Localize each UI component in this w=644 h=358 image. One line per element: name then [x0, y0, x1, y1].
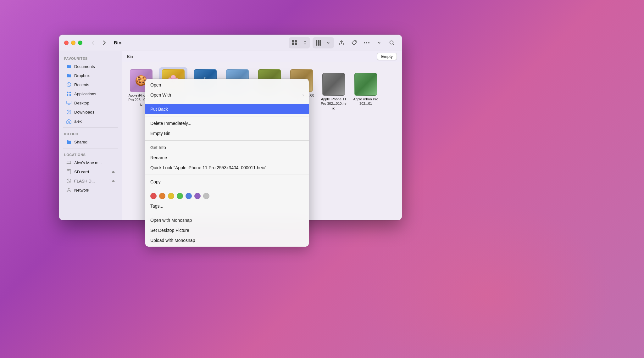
- folder-icon: [66, 64, 72, 69]
- sidebar-item-downloads[interactable]: Downloads: [61, 108, 120, 116]
- clock-icon: [66, 82, 72, 87]
- color-dot-green[interactable]: [177, 193, 183, 199]
- eject-icon-flash[interactable]: ⏏: [112, 179, 115, 183]
- sidebar-item-recents[interactable]: Recents: [61, 80, 120, 89]
- sidebar-item-desktop[interactable]: Desktop: [61, 98, 120, 107]
- menu-section-5: Tags...: [145, 190, 309, 212]
- column-select-button[interactable]: [374, 38, 384, 48]
- copy-menu-item[interactable]: Copy: [145, 177, 309, 187]
- gallery-dropdown-button[interactable]: [323, 38, 333, 48]
- flash-label: FLASH D...: [74, 179, 95, 183]
- file-name: Apple iPhon Pro 302...01: [353, 97, 379, 106]
- network-label: Network: [74, 188, 89, 193]
- color-dot-yellow[interactable]: [168, 193, 174, 199]
- menu-section-1: Open Open With ›: [145, 79, 309, 101]
- upload-monosnap-menu-item[interactable]: Upload with Monosnap: [145, 235, 309, 245]
- svg-point-22: [69, 94, 71, 96]
- quick-look-menu-item[interactable]: Quick Look "Apple iPhone 11 Pro 2553x340…: [145, 163, 309, 173]
- tags-menu-item[interactable]: Tags...: [145, 201, 309, 211]
- toolbar: Bin: [59, 35, 402, 51]
- gallery-view-button[interactable]: [313, 38, 323, 48]
- locations-label: Locations: [59, 150, 122, 158]
- dropbox-icon: [66, 73, 72, 78]
- file-name: Apple iPhone 11 Pro 302...010.heic: [321, 97, 347, 110]
- empty-bin-menu-item[interactable]: Empty Bin: [145, 128, 309, 138]
- sidebar-item-dropbox[interactable]: Dropbox: [61, 71, 120, 80]
- color-dot-blue[interactable]: [186, 193, 192, 199]
- open-menu-item[interactable]: Open: [145, 80, 309, 90]
- open-with-menu-item[interactable]: Open With ›: [145, 90, 309, 100]
- sidebar-item-shared[interactable]: Shared: [61, 137, 120, 146]
- icloud-label: iCloud: [59, 130, 122, 137]
- svg-point-17: [390, 41, 393, 44]
- color-dot-orange[interactable]: [159, 193, 165, 199]
- favourites-label: Favourites: [59, 54, 122, 62]
- shared-label: Shared: [74, 140, 87, 144]
- downloads-icon: [66, 109, 72, 115]
- sidebar-item-alex[interactable]: alex: [61, 117, 120, 126]
- sidebar-item-alexmac[interactable]: Alex's Mac m...: [61, 158, 120, 167]
- menu-divider-2: [145, 116, 309, 116]
- menu-section-2: Delete Immediately... Empty Bin: [145, 117, 309, 140]
- nav-buttons: [89, 38, 109, 47]
- menu-divider-6: [145, 213, 309, 213]
- svg-rect-9: [319, 42, 321, 44]
- sidebar-item-network[interactable]: Network: [61, 186, 120, 194]
- view-sort-button[interactable]: [299, 38, 309, 48]
- divider-1: [63, 127, 118, 128]
- empty-button[interactable]: Empty: [377, 53, 397, 60]
- submenu-arrow-icon: ›: [303, 93, 304, 97]
- svg-point-15: [366, 42, 367, 43]
- share-button[interactable]: [336, 38, 347, 48]
- color-dot-purple[interactable]: [194, 193, 201, 199]
- maximize-button[interactable]: [78, 41, 82, 45]
- sidebar-item-sdcard[interactable]: SD card ⏏: [61, 167, 120, 176]
- svg-point-19: [67, 92, 69, 93]
- file-item[interactable]: Apple iPhon Pro 302...01: [352, 71, 380, 112]
- svg-rect-5: [318, 40, 319, 42]
- traffic-lights: [64, 41, 82, 45]
- grid-view-button[interactable]: [289, 38, 299, 48]
- file-thumbnail: [322, 73, 345, 96]
- rename-menu-item[interactable]: Rename: [145, 153, 309, 163]
- desktop-label: Desktop: [74, 101, 89, 105]
- tags-button[interactable]: [349, 38, 359, 48]
- color-dots-row: [145, 191, 309, 201]
- forward-button[interactable]: [100, 38, 109, 47]
- color-dot-gray[interactable]: [203, 193, 209, 199]
- gallery-view-group: [313, 37, 334, 48]
- svg-point-16: [368, 42, 369, 43]
- file-item[interactable]: Apple iPhone 11 Pro 302...010.heic: [319, 71, 348, 112]
- window-title: Bin: [114, 40, 121, 45]
- delete-immediately-menu-item[interactable]: Delete Immediately...: [145, 118, 309, 128]
- shared-icon: [66, 139, 72, 145]
- sdcard-label: SD card: [74, 170, 89, 174]
- menu-divider-4: [145, 175, 309, 175]
- svg-rect-6: [319, 40, 321, 42]
- network-icon: [66, 187, 72, 193]
- close-button[interactable]: [64, 41, 69, 45]
- applications-label: Applications: [74, 92, 96, 96]
- sidebar-item-flash[interactable]: FLASH D... ⏏: [61, 176, 120, 185]
- back-button[interactable]: [89, 38, 97, 47]
- menu-divider-5: [145, 189, 309, 189]
- documents-label: Documents: [74, 64, 95, 69]
- more-options-button[interactable]: [362, 38, 372, 48]
- minimize-button[interactable]: [71, 41, 75, 45]
- menu-section-3: Get Info Rename Quick Look "Apple iPhone…: [145, 141, 309, 174]
- downloads-label: Downloads: [74, 110, 94, 115]
- search-button[interactable]: [387, 38, 397, 48]
- sidebar-item-documents[interactable]: Documents: [61, 62, 120, 71]
- color-dot-red[interactable]: [150, 193, 157, 199]
- svg-rect-8: [318, 42, 319, 44]
- sidebar-item-applications[interactable]: Applications: [61, 89, 120, 98]
- recents-label: Recents: [74, 82, 89, 87]
- desktop-icon: [66, 100, 72, 106]
- set-desktop-menu-item[interactable]: Set Desktop Picture: [145, 225, 309, 235]
- open-monosnap-menu-item[interactable]: Open with Monosnap: [145, 215, 309, 225]
- sidebar: Favourites Documents Dropbox: [59, 51, 122, 220]
- eject-icon-sd[interactable]: ⏏: [112, 170, 115, 174]
- get-info-menu-item[interactable]: Get Info: [145, 143, 309, 153]
- put-back-menu-item[interactable]: Put Back: [145, 104, 309, 114]
- alexmac-label: Alex's Mac m...: [74, 160, 102, 165]
